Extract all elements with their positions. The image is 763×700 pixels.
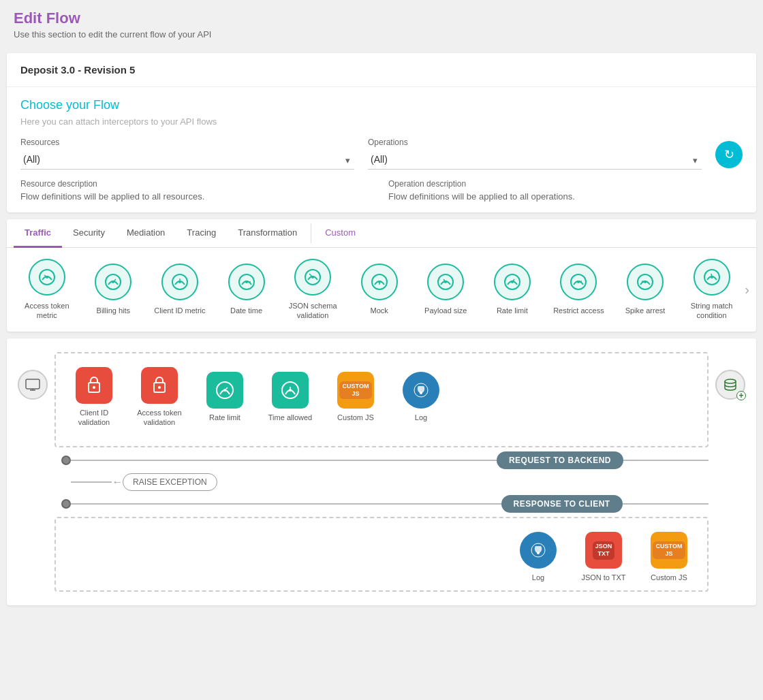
request-area: Client IDvalidation Access tokenvalidati…	[54, 352, 708, 448]
gauge-svg-icon	[370, 272, 389, 291]
choose-flow-section: Choose your Flow Here you can attach int…	[7, 87, 756, 127]
flow-node-log[interactable]: Log	[394, 372, 448, 422]
interceptor-restrict-access-label: Restrict access	[553, 306, 604, 315]
interceptor-payload-size-icon	[427, 264, 464, 300]
resources-label: Resources	[20, 138, 354, 147]
gauge-svg-icon	[503, 272, 522, 291]
request-to-backend-button[interactable]: REQUEST TO BACKEND	[497, 451, 623, 469]
interceptor-billing-hits[interactable]: Billing hits	[80, 264, 147, 315]
card-title: Deposit 3.0 - Revision 5	[20, 64, 135, 76]
json-to-txt-node-icon: JSONTXT	[585, 532, 622, 569]
db-plus-icon: +	[736, 391, 746, 400]
custom-js-node-label: Custom JS	[337, 413, 374, 422]
operation-desc-text: Flow definitions will be applied to all …	[388, 191, 743, 202]
tab-custom[interactable]: Custom	[314, 219, 367, 248]
access-token-validation-icon	[141, 367, 178, 404]
tab-traffic[interactable]: Traffic	[14, 219, 62, 248]
flow-node-custom-js-response[interactable]: CUSTOMJS Custom JS	[642, 532, 696, 582]
response-nodes: Log JSONTXT JSON to TXT CUSTOMJS	[67, 526, 696, 582]
operation-desc-label: Operation description	[388, 179, 743, 189]
interceptor-date-time-label: Date time	[230, 306, 262, 315]
gauge-svg-icon	[170, 272, 189, 291]
gauge-svg-icon	[569, 272, 588, 291]
gauge-svg-icon	[237, 272, 256, 291]
interceptor-restrict-access[interactable]: Restrict access	[546, 264, 612, 315]
interceptor-mock[interactable]: Mock	[346, 264, 413, 315]
tab-tracing[interactable]: Tracing	[176, 219, 227, 248]
flow-node-access-token-validation[interactable]: Access tokenvalidation	[132, 367, 187, 428]
gauge-svg-icon	[702, 268, 721, 287]
interceptor-mock-icon	[361, 264, 398, 300]
svg-point-37	[93, 386, 95, 389]
gauge-svg-icon	[636, 272, 655, 291]
resource-desc-label: Resource description	[20, 179, 375, 189]
custom-js-response-node-label: Custom JS	[651, 573, 687, 582]
svg-point-47	[420, 392, 422, 394]
choose-flow-subtitle: Here you can attach interceptors to your…	[20, 116, 743, 127]
log-node-icon	[403, 372, 439, 409]
custom-js-response-node-icon: CUSTOMJS	[651, 532, 687, 569]
tabs-bar: Traffic Security Mediation Tracing Trans…	[7, 219, 756, 248]
interceptor-string-match-condition[interactable]: String match condition	[679, 259, 745, 321]
operations-select-wrapper: (All) ▾	[368, 150, 702, 170]
client-icon	[18, 370, 48, 400]
interceptor-access-token-metric-icon	[29, 259, 65, 296]
operations-group: Operations (All) ▾	[368, 138, 702, 170]
svg-point-39	[158, 386, 161, 389]
interceptor-string-match-condition-label: String match condition	[679, 301, 745, 321]
resource-desc-group: Resource description Flow definitions wi…	[20, 179, 375, 202]
raise-exception-button[interactable]: RAISE EXCEPTION	[123, 473, 217, 491]
rate-limit-node-label: Rate limit	[209, 413, 240, 422]
access-token-validation-label: Access tokenvalidation	[137, 408, 181, 428]
interceptors-next-arrow-icon[interactable]: ›	[745, 282, 749, 298]
resources-select[interactable]: (All)	[20, 150, 354, 170]
svg-point-50	[725, 379, 736, 383]
form-row: Resources (All) ▾ Operations (All) ▾ ↻	[7, 138, 756, 176]
flow-node-json-to-txt[interactable]: JSONTXT JSON to TXT	[576, 532, 631, 582]
card-header: Deposit 3.0 - Revision 5	[7, 53, 756, 87]
gauge-svg-icon	[436, 272, 455, 291]
flow-node-custom-js[interactable]: CUSTOMJS Custom JS	[328, 372, 383, 422]
interceptor-rate-limit-icon	[494, 264, 531, 300]
svg-line-26	[578, 281, 582, 282]
interceptor-date-time[interactable]: Date time	[213, 264, 280, 315]
time-allowed-node-label: Time allowed	[268, 413, 312, 422]
flow-node-rate-limit[interactable]: Rate limit	[198, 372, 252, 422]
tab-security[interactable]: Security	[62, 219, 116, 248]
gauge-svg-icon	[303, 268, 322, 287]
interceptor-spike-arrest[interactable]: Spike arrest	[612, 264, 679, 315]
interceptor-access-token-metric[interactable]: Access token metric	[14, 259, 80, 321]
tab-mediation[interactable]: Mediation	[116, 219, 176, 248]
interceptor-client-id-metric-label: Client ID metric	[154, 306, 205, 315]
operations-select[interactable]: (All)	[368, 150, 702, 170]
svg-line-29	[642, 281, 645, 282]
interceptor-spike-arrest-icon	[627, 264, 664, 300]
page-title: Edit Flow	[14, 10, 749, 27]
choose-flow-title: Choose your Flow	[20, 98, 743, 112]
interceptor-payload-size[interactable]: Payload size	[412, 264, 479, 315]
interceptor-rate-limit-label: Rate limit	[497, 306, 528, 315]
refresh-button[interactable]: ↻	[715, 141, 743, 168]
resources-select-wrapper: (All) ▾	[20, 150, 354, 170]
interceptors-grid: Access token metric Billing hits	[7, 248, 756, 332]
interceptor-client-id-metric[interactable]: Client ID metric	[146, 264, 213, 315]
svg-line-32	[711, 274, 712, 277]
client-id-validation-label: Client IDvalidation	[78, 408, 110, 428]
log-response-node-label: Log	[532, 573, 544, 582]
interceptor-rate-limit[interactable]: Rate limit	[479, 264, 546, 315]
flow-node-client-id-validation[interactable]: Client IDvalidation	[67, 367, 121, 428]
request-nodes: Client IDvalidation Access tokenvalidati…	[67, 362, 696, 439]
interceptor-date-time-icon	[228, 264, 265, 300]
interceptor-client-id-metric-icon	[161, 264, 198, 300]
flow-node-time-allowed[interactable]: Time allowed	[263, 372, 317, 422]
client-id-validation-icon	[76, 367, 112, 404]
tab-transformation[interactable]: Transformation	[227, 219, 308, 248]
interceptor-json-schema-validation[interactable]: JSON schema validation	[279, 259, 346, 321]
page-subtitle: Use this section to edit the current flo…	[14, 29, 749, 39]
interceptor-mock-label: Mock	[371, 306, 388, 315]
svg-point-49	[537, 552, 540, 554]
resource-desc-text: Flow definitions will be applied to all …	[20, 191, 375, 202]
flow-node-log-response[interactable]: Log	[511, 532, 565, 582]
response-to-client-button[interactable]: RESPONSE TO CLIENT	[501, 495, 623, 513]
interceptor-billing-hits-label: Billing hits	[97, 306, 131, 315]
